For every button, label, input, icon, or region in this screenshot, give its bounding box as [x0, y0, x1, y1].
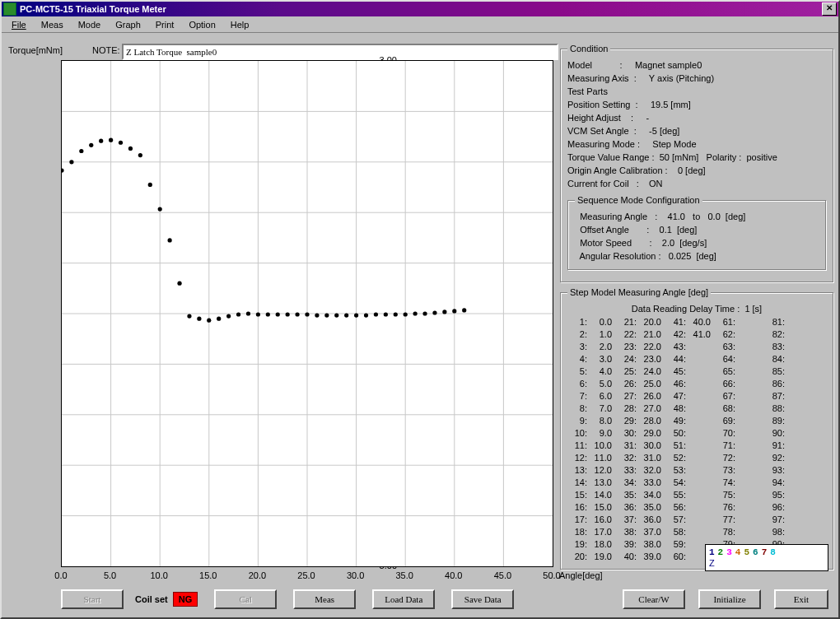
sequence-legend: Sequence Mode Configuration	[575, 195, 702, 205]
condition-panel: Condition Model : Magnet sample0 Measuri…	[560, 44, 833, 282]
svg-point-37	[246, 311, 250, 315]
menu-mode[interactable]: Mode	[73, 18, 106, 31]
menu-meas[interactable]: Meas	[36, 18, 68, 31]
svg-point-45	[324, 313, 329, 317]
x-tick: 40.0	[437, 570, 470, 580]
svg-point-36	[236, 312, 240, 316]
menu-option[interactable]: Option	[184, 18, 220, 31]
svg-point-21	[89, 143, 93, 147]
condition-legend: Condition	[567, 44, 610, 54]
svg-point-32	[197, 317, 201, 321]
title-bar: PC-MCT5-15 Triaxial Torque Meter ✕	[2, 2, 838, 16]
svg-point-55	[422, 311, 427, 315]
svg-point-25	[128, 147, 133, 151]
svg-point-56	[432, 310, 436, 314]
close-icon[interactable]: ✕	[822, 2, 837, 16]
svg-point-42	[295, 312, 299, 316]
x-tick: 35.0	[388, 570, 421, 580]
svg-point-58	[452, 309, 456, 313]
svg-point-31	[187, 314, 191, 318]
step-legend: Step Model Measuring Angle [deg]	[567, 287, 711, 297]
svg-point-44	[315, 313, 319, 317]
torque-chart	[61, 60, 553, 567]
svg-point-26	[138, 153, 142, 157]
torque-axis-label: Torque[mNm]	[8, 45, 63, 55]
svg-point-19	[69, 160, 73, 164]
x-tick: 5.0	[94, 570, 127, 580]
window-title: PC-MCT5-15 Triaxial Torque Meter	[20, 4, 822, 14]
svg-point-54	[413, 311, 418, 315]
svg-point-28	[158, 207, 162, 212]
cal-button[interactable]: Cal	[214, 589, 277, 609]
x-tick: 20.0	[240, 570, 273, 580]
svg-point-46	[334, 313, 338, 317]
series-legend: 12345678 Z	[705, 544, 828, 571]
clear-button[interactable]: Clear/W	[623, 589, 685, 609]
menu-graph[interactable]: Graph	[110, 18, 146, 31]
exit-button[interactable]: Exit	[774, 589, 828, 609]
svg-point-18	[62, 168, 64, 172]
svg-point-24	[119, 141, 123, 145]
svg-point-35	[226, 314, 231, 318]
svg-point-52	[394, 312, 398, 316]
svg-point-27	[148, 183, 152, 187]
note-label: NOTE:	[92, 45, 120, 55]
svg-point-34	[217, 317, 221, 321]
coil-set-status: Coil set NG	[135, 592, 198, 607]
x-tick: 10.0	[142, 570, 175, 580]
svg-point-57	[442, 310, 446, 314]
svg-point-49	[364, 313, 368, 317]
start-button[interactable]: Start	[61, 589, 124, 609]
initialize-button[interactable]: Initialize	[698, 589, 761, 609]
svg-point-47	[344, 313, 348, 317]
meas-button[interactable]: Meas	[293, 589, 356, 609]
svg-point-48	[354, 313, 358, 317]
x-tick: 45.0	[486, 570, 519, 580]
step-angle-table: 1:0.021:20.041:40.061:81:2:1.022:21.042:…	[567, 317, 826, 562]
save-data-button[interactable]: Save Data	[451, 589, 514, 609]
load-data-button[interactable]: Load Data	[372, 589, 435, 609]
app-icon	[3, 2, 16, 16]
coil-ng-badge: NG	[173, 592, 198, 607]
svg-point-29	[168, 238, 172, 242]
x-tick: 15.0	[192, 570, 225, 580]
menu-help[interactable]: Help	[226, 18, 254, 31]
svg-point-51	[384, 312, 388, 316]
svg-point-22	[99, 139, 103, 143]
menu-bar: File Meas Mode Graph Print Option Help	[2, 16, 838, 33]
svg-point-53	[404, 312, 408, 316]
step-angle-panel: Step Model Measuring Angle [deg] Data Re…	[560, 287, 833, 570]
x-tick: 30.0	[339, 570, 372, 580]
svg-point-59	[462, 308, 466, 312]
svg-point-33	[207, 319, 211, 323]
sequence-config-panel: Sequence Mode Configuration Measuring An…	[567, 195, 826, 270]
svg-point-40	[276, 312, 280, 316]
svg-point-39	[266, 312, 270, 316]
svg-point-41	[286, 312, 290, 316]
menu-file[interactable]: File	[7, 18, 31, 31]
svg-point-50	[374, 312, 378, 316]
svg-point-38	[256, 312, 260, 316]
x-tick: 0.0	[44, 570, 77, 580]
svg-point-30	[177, 282, 181, 286]
svg-point-23	[109, 138, 113, 142]
x-tick: 25.0	[290, 570, 323, 580]
svg-point-20	[79, 149, 83, 153]
svg-point-43	[305, 312, 309, 316]
menu-print[interactable]: Print	[151, 18, 180, 31]
note-input[interactable]	[122, 44, 558, 60]
